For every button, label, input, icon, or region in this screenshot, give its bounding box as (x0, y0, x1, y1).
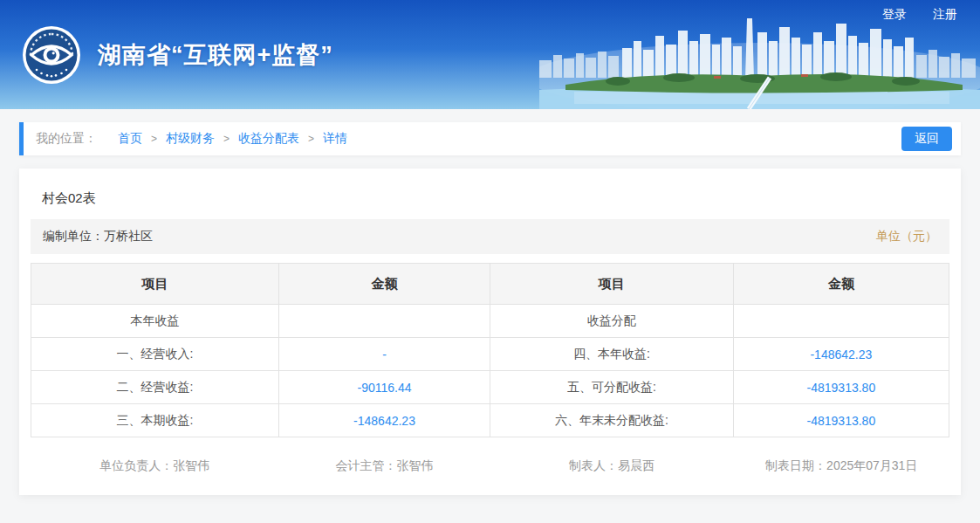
breadcrumb-item-home[interactable]: 首页 (118, 131, 142, 147)
back-button[interactable]: 返回 (901, 127, 952, 151)
table-row: 二、经营收益: -90116.44 五、可分配收益: -4819313.80 (31, 371, 949, 404)
signature-row: 单位负责人：张智伟 会计主管：张智伟 制表人：易晨西 制表日期：2025年07月… (31, 437, 949, 474)
table-cell-item: 六、年末未分配收益: (490, 404, 733, 437)
column-header-item-left: 项目 (31, 264, 279, 305)
table-row: 本年收益 收益分配 (31, 305, 949, 338)
income-distribution-table: 项目 金额 项目 金额 本年收益 收益分配 一、经营收入: - 四、本年收益: (31, 263, 949, 437)
signer-value: 2025年07月31日 (826, 458, 917, 472)
table-cell-item: 二、经营收益: (31, 371, 279, 404)
column-header-item-right: 项目 (490, 264, 733, 305)
accounting-supervisor: 会计主管：张智伟 (278, 458, 490, 474)
table-cell-value: -90116.44 (279, 371, 490, 404)
table-cell-value: -4819313.80 (733, 371, 949, 404)
table-cell-item: 收益分配 (490, 305, 733, 338)
table-cell-item: 四、本年收益: (490, 338, 733, 371)
table-preparer: 制表人：易晨西 (490, 458, 733, 474)
breadcrumb-item-income-distribution[interactable]: 收益分配表 (238, 131, 299, 147)
table-cell-value: -148642.23 (279, 404, 490, 437)
breadcrumb-prefix: 我的位置： (36, 131, 97, 147)
currency-unit-note: 单位（元） (876, 229, 937, 244)
header-banner: 登录 注册 湖南省“互联网+监督” (0, 0, 980, 109)
column-header-amount-right: 金额 (733, 264, 949, 305)
brand: 湖南省“互联网+监督” (23, 0, 333, 109)
preparation-date: 制表日期：2025年07月31日 (734, 458, 949, 474)
account-links: 登录 注册 (882, 7, 957, 23)
signer-label: 制表人： (569, 458, 618, 472)
breadcrumb-item-detail[interactable]: 详情 (323, 131, 347, 147)
signer-label: 会计主管： (335, 458, 396, 472)
signer-label: 单位负责人： (99, 458, 173, 472)
breadcrumb-item-village-finance[interactable]: 村级财务 (166, 131, 215, 147)
unit-responsible-person: 单位负责人：张智伟 (31, 458, 278, 474)
table-row: 一、经营收入: - 四、本年收益: -148642.23 (31, 338, 949, 371)
table-cell-item: 三、本期收益: (31, 404, 279, 437)
login-link[interactable]: 登录 (882, 7, 907, 23)
signer-value: 易晨西 (618, 458, 654, 472)
prepared-unit: 编制单位：万桥社区 (43, 229, 153, 244)
breadcrumb-separator: > (308, 133, 314, 145)
table-cell-value: - (279, 338, 490, 371)
report-card: 村会02表 编制单位：万桥社区 单位（元） 项目 金额 项目 金额 本年收益 (19, 169, 961, 495)
site-title: 湖南省“互联网+监督” (98, 39, 333, 71)
signer-label: 制表日期： (765, 458, 826, 472)
signer-value: 张智伟 (396, 458, 433, 472)
table-cell-item: 五、可分配收益: (490, 371, 733, 404)
page: 登录 注册 湖南省“互联网+监督” (0, 0, 980, 523)
sheet-code: 村会02表 (31, 180, 949, 219)
breadcrumb-separator: > (151, 133, 157, 145)
city-skyline-illustration (539, 15, 980, 109)
table-cell-value (733, 305, 949, 338)
prepared-unit-row: 编制单位：万桥社区 单位（元） (31, 219, 949, 254)
register-link[interactable]: 注册 (933, 7, 957, 23)
prepared-unit-value: 万桥社区 (104, 229, 153, 243)
table-header-row: 项目 金额 项目 金额 (31, 264, 949, 305)
table-cell-value: -148642.23 (733, 338, 949, 371)
table-cell-value (279, 305, 490, 338)
table-cell-value: -4819313.80 (733, 404, 949, 437)
eye-supervision-logo-icon (23, 26, 80, 84)
table-cell-item: 一、经营收入: (31, 338, 279, 371)
table-cell-item: 本年收益 (31, 305, 279, 338)
signer-value: 张智伟 (173, 458, 209, 472)
prepared-unit-label: 编制单位： (43, 229, 104, 243)
column-header-amount-left: 金额 (279, 264, 490, 305)
table-row: 三、本期收益: -148642.23 六、年末未分配收益: -4819313.8… (31, 404, 949, 437)
breadcrumb-separator: > (223, 133, 230, 145)
breadcrumb: 我的位置： 首页 > 村级财务 > 收益分配表 > 详情 返回 (19, 122, 961, 155)
